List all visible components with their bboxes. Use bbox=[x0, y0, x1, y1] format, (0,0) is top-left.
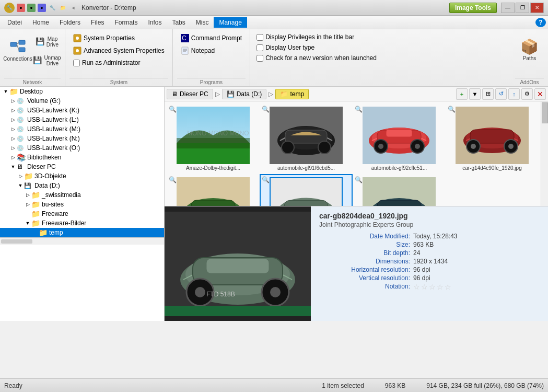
info-row-notation: Notation: ☆ ☆ ☆ ☆ ☆ bbox=[319, 283, 540, 291]
star-5[interactable]: ☆ bbox=[445, 283, 451, 291]
info-row-dimensions: Dimensions: 1920 x 1434 bbox=[319, 258, 540, 265]
sidebar-item-desktop[interactable]: ▼ 📁 Desktop bbox=[0, 87, 164, 96]
image-cell-6[interactable]: 🔍 FTD 518B car-gb8204dea0_1920.jpg bbox=[260, 174, 353, 206]
svg-point-6 bbox=[76, 37, 79, 40]
volume-g-label: Volume (G:) bbox=[27, 97, 61, 105]
thumbnail-2 bbox=[270, 107, 343, 164]
sidebar-item-data-d[interactable]: ▼ 💾 Data (D:) bbox=[0, 181, 164, 190]
menu-manage[interactable]: Manage bbox=[214, 17, 247, 28]
close-btn[interactable]: ✕ bbox=[534, 88, 546, 100]
scroll-thumb-v[interactable] bbox=[542, 102, 548, 123]
svg-point-24 bbox=[318, 141, 331, 154]
restore-button[interactable]: ❐ bbox=[516, 3, 529, 13]
image-cell-2[interactable]: 🔍 automobile-gf91f6cbd5... bbox=[260, 103, 353, 174]
add-button[interactable]: + bbox=[456, 88, 468, 100]
sidebar-item-bu-sites[interactable]: ▷ 📁 bu-sites bbox=[0, 200, 164, 209]
back-button[interactable]: ⚙ bbox=[521, 88, 533, 100]
unmap-drive-icon: 💾 bbox=[33, 55, 42, 65]
sidebar-item-freeware[interactable]: 📁 Freeware bbox=[0, 209, 164, 218]
unmap-drive-button[interactable]: 💾 Unmap Drive bbox=[33, 51, 61, 69]
display-user-type-checkbox[interactable] bbox=[256, 44, 263, 51]
window-controls: — ❐ ✕ bbox=[501, 3, 544, 13]
close-button[interactable]: ✕ bbox=[530, 3, 544, 13]
magnify-icon-5[interactable]: 🔍 bbox=[169, 176, 177, 183]
star-2[interactable]: ☆ bbox=[421, 283, 428, 291]
breadcrumb-dieser-pc[interactable]: 🖥 Dieser PC bbox=[167, 89, 213, 99]
menu-formats[interactable]: Formats bbox=[109, 17, 143, 28]
image-grid-scrollbar[interactable] bbox=[541, 101, 548, 206]
sidebar-item-usb-n[interactable]: ▷ 💿 USB-Laufwerk (N:) bbox=[0, 134, 164, 143]
drive-icon: 💿 bbox=[17, 125, 26, 133]
advanced-system-properties-button[interactable]: Advanced System Properties bbox=[69, 45, 168, 56]
image-cell-4[interactable]: 🔍 car-g14d4c90fe_1920.jpg bbox=[446, 103, 539, 174]
svg-point-31 bbox=[378, 144, 383, 149]
display-privileges-checkbox[interactable] bbox=[256, 34, 263, 41]
menu-folders[interactable]: Folders bbox=[54, 17, 86, 28]
sidebar-item-3d-objekte[interactable]: ▷ 📁 3D-Objekte bbox=[0, 171, 164, 181]
image-cell-7[interactable]: 🔍 jaguar-g775a8459f_192... bbox=[353, 174, 446, 206]
minimize-button[interactable]: — bbox=[501, 3, 515, 13]
run-as-admin-checkbox[interactable] bbox=[73, 60, 80, 66]
connections-button[interactable]: Connections bbox=[4, 31, 31, 68]
sidebar-item-usb-o[interactable]: ▷ 💿 USB-Laufwerk (O:) bbox=[0, 143, 164, 153]
image-cell-3[interactable]: 🔍 automobile-gf92cffc51... bbox=[353, 103, 446, 174]
image-cell-1[interactable]: 🔍 MONO MONO MONO Amaze-Dolby-thedigit... bbox=[167, 103, 260, 174]
menu-infos[interactable]: Infos bbox=[143, 17, 167, 28]
sidebar-item-usb-m[interactable]: ▷ 💿 USB-Laufwerk (M:) bbox=[0, 124, 164, 134]
status-bar: Ready 1 item selected 963 KB 914 GB, 234… bbox=[0, 378, 548, 392]
swissitmedia-label: _swissitmedia bbox=[42, 191, 81, 199]
sidebar-item-dieser-pc[interactable]: ▼ 🖥 Dieser PC bbox=[0, 162, 164, 171]
magnify-icon-2[interactable]: 🔍 bbox=[262, 106, 270, 113]
scroll-thumb[interactable] bbox=[1, 239, 32, 244]
sidebar-item-freeware-bilder[interactable]: ▼ 📁 Freeware-Bilder bbox=[0, 218, 164, 228]
help-button[interactable]: ? bbox=[535, 18, 546, 27]
up-button[interactable]: ↑ bbox=[508, 88, 520, 100]
folder-icon: 📁 bbox=[31, 210, 41, 218]
magnify-icon-6[interactable]: 🔍 bbox=[262, 176, 270, 183]
star-3[interactable]: ☆ bbox=[429, 283, 436, 291]
menu-datei[interactable]: Datei bbox=[2, 17, 27, 28]
star-1[interactable]: ☆ bbox=[413, 283, 420, 291]
menu-misc[interactable]: Misc bbox=[191, 17, 214, 28]
magnify-icon-4[interactable]: 🔍 bbox=[448, 106, 456, 113]
sidebar-item-temp[interactable]: 📁 temp bbox=[0, 228, 164, 237]
content-area: 🖥 Dieser PC ▷ 💾 Data (D:) ▷ 📁 temp + ▼ ⊞… bbox=[165, 87, 548, 321]
image-tools-button[interactable]: Image Tools bbox=[449, 3, 497, 13]
filter-button[interactable]: ▼ bbox=[469, 88, 481, 100]
magnify-icon-7[interactable]: 🔍 bbox=[355, 176, 363, 183]
view-button[interactable]: ⊞ bbox=[482, 88, 494, 100]
svg-rect-1 bbox=[19, 40, 25, 44]
system-properties-button[interactable]: System Properties bbox=[69, 32, 168, 44]
menu-home[interactable]: Home bbox=[27, 17, 54, 28]
paths-button[interactable]: 📦 Paths bbox=[515, 31, 544, 68]
refresh-button[interactable]: ↺ bbox=[495, 88, 507, 100]
breadcrumb-arrow1: ▷ bbox=[214, 90, 221, 98]
breadcrumb-temp[interactable]: 📁 temp bbox=[275, 89, 309, 99]
usb-l-label: USB-Laufwerk (L:) bbox=[27, 116, 79, 123]
command-prompt-button[interactable]: C Command Prompt bbox=[177, 32, 246, 44]
notepad-button[interactable]: Notepad bbox=[177, 45, 246, 56]
display-user-type-item: Display User type bbox=[254, 43, 379, 52]
breadcrumb-data-d[interactable]: 💾 Data (D:) bbox=[222, 89, 267, 99]
image-cell-5[interactable]: 🔍 car-ga3d700019_1920.jpg bbox=[167, 174, 260, 206]
map-drive-button[interactable]: 💾 Map Drive bbox=[33, 32, 61, 50]
sidebar-item-swissitmedia[interactable]: ▷ 📁 _swissitmedia bbox=[0, 190, 164, 200]
star-rating[interactable]: ☆ ☆ ☆ ☆ ☆ bbox=[413, 283, 451, 291]
sidebar-item-usb-k[interactable]: ▷ 💿 USB-Laufwerk (K:) bbox=[0, 106, 164, 115]
menu-tabs[interactable]: Tabs bbox=[167, 17, 190, 28]
drive-icon: 💿 bbox=[17, 97, 26, 105]
star-4[interactable]: ☆ bbox=[437, 283, 444, 291]
magnify-icon-1[interactable]: 🔍 bbox=[169, 106, 177, 113]
sidebar-item-bibliotheken[interactable]: ▷ 📚 Bibliotheken bbox=[0, 153, 164, 162]
sidebar-item-usb-l[interactable]: ▷ 💿 USB-Laufwerk (L:) bbox=[0, 115, 164, 124]
status-disk-info: 914 GB, 234 GB full (26%), 680 GB (74%) bbox=[426, 382, 544, 389]
expand-arrow: ▷ bbox=[24, 192, 31, 198]
check-new-version-checkbox[interactable] bbox=[256, 55, 263, 62]
sidebar-scrollbar-x[interactable] bbox=[0, 237, 164, 245]
magnify-icon-3[interactable]: 🔍 bbox=[355, 106, 363, 113]
ribbon-network-content: Connections 💾 Map Drive 💾 Unmap Drive bbox=[4, 31, 61, 77]
sidebar-item-volume-g[interactable]: ▷ 💿 Volume (G:) bbox=[0, 96, 164, 106]
ribbon: Connections 💾 Map Drive 💾 Unmap Drive Ne… bbox=[0, 29, 548, 87]
run-as-admin-button[interactable]: Run as Administrator bbox=[69, 57, 168, 68]
menu-files[interactable]: Files bbox=[86, 17, 109, 28]
